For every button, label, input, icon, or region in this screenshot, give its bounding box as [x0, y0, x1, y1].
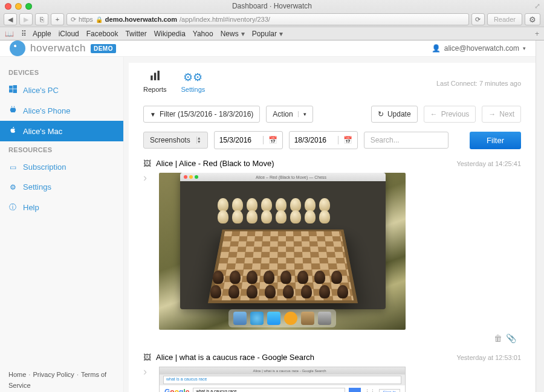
footer-link-privacy[interactable]: Privacy Policy	[33, 371, 74, 378]
tab-label: Settings	[181, 86, 206, 93]
share-button[interactable]: ⎘	[35, 13, 48, 25]
update-button[interactable]: ↻ Update	[371, 106, 418, 123]
expand-icon[interactable]: ⤢	[534, 2, 540, 10]
image-icon: 🖼	[143, 353, 151, 362]
url-bar[interactable]: ⟳ https 🔒 demo.hoverwatch.com/app/index.…	[66, 13, 469, 25]
google-search-box: what is a caucus race	[193, 388, 345, 392]
chevron-right-icon[interactable]: ›	[143, 172, 147, 184]
forward-button[interactable]: ▶	[19, 13, 33, 25]
reader-button[interactable]: Reader	[487, 13, 522, 25]
google-logo: Google	[164, 388, 189, 392]
sidebar-item-mac[interactable]: Alice's Mac	[0, 121, 123, 141]
action-dropdown[interactable]: Action ▾	[266, 106, 312, 123]
action-label: Action	[273, 110, 293, 118]
add-button[interactable]: +	[51, 13, 64, 25]
browser-toolbar: ◀ ▶ ⎘ + ⟳ https 🔒 demo.hoverwatch.com/ap…	[0, 12, 544, 27]
bookmark-link[interactable]: News	[221, 30, 239, 38]
calendar-icon[interactable]: 📅	[338, 136, 357, 144]
tab-settings[interactable]: ⚙⚙ Settings	[181, 71, 206, 97]
entry-header: 🖼 Alice | what is a caucus race - Google…	[143, 353, 521, 362]
tab-reports[interactable]: Reports	[143, 70, 167, 97]
add-tab-button[interactable]: +	[535, 30, 539, 38]
date-from-field[interactable]	[215, 136, 263, 144]
demo-badge: DEMO	[91, 44, 116, 53]
back-button[interactable]: ◀	[4, 13, 17, 25]
bookmarks-bar: 📖 ⠿ Apple iCloud Facebook Twitter Wikipe…	[0, 27, 544, 40]
report-entry: 🖼 Alice | what is a caucus race - Google…	[143, 353, 521, 392]
tab-label: Reports	[143, 86, 167, 93]
search-input[interactable]	[364, 132, 448, 149]
bookmark-link[interactable]: iCloud	[59, 30, 79, 38]
attachment-icon[interactable]: 📎	[506, 333, 520, 343]
gear-icon: ⚙	[8, 183, 17, 191]
reload-button[interactable]: ⟳	[471, 13, 485, 25]
sidebar-item-label: Alice's Phone	[23, 106, 70, 115]
chevron-down-icon: ▾	[523, 45, 526, 51]
safari-window-title: Alice | what is a caucus race - Google S…	[177, 369, 402, 373]
previous-label: Previous	[441, 110, 470, 118]
bar-chart-icon	[149, 70, 160, 84]
bookmark-link[interactable]: Yahoo	[193, 30, 213, 38]
svg-rect-0	[9, 86, 13, 89]
last-connect-text: Last Connect: 7 minutes ago	[436, 80, 521, 87]
browser-chrome: Dashboard · Hoverwatch ⤢ ◀ ▶ ⎘ + ⟳ https…	[0, 0, 544, 40]
report-entry: 🖼 Alice | Alice - Red (Black to Move) Ye…	[143, 159, 521, 343]
entry-title: Alice | what is a caucus race - Google S…	[156, 353, 314, 362]
bookmark-link[interactable]: Popular	[252, 30, 277, 38]
sidebar: DEVICES Alice's PC Alice's Phone Alice's…	[0, 57, 124, 392]
chevron-down-icon[interactable]: ▾	[241, 30, 245, 38]
reload-icon[interactable]: ⟳	[71, 16, 76, 24]
gears-icon: ⚙⚙	[183, 71, 202, 84]
svg-rect-8	[158, 71, 160, 80]
bookmark-link[interactable]: Twitter	[125, 30, 146, 38]
filter-button[interactable]: ▼ Filter (15/3/2016 - 18/3/2016)	[143, 106, 260, 123]
info-icon: ⓘ	[8, 202, 17, 213]
sidebar-item-subscription[interactable]: ▭ Subscription	[0, 157, 123, 177]
filter-row-2: Screenshots ▲▼ 📅 📅 Filter	[143, 131, 521, 149]
sidebar-item-pc[interactable]: Alice's PC	[0, 80, 123, 100]
bookmarks-book-icon[interactable]: 📖	[5, 30, 14, 38]
footer: Home·Privacy Policy·Terms of Service © 2…	[0, 361, 123, 392]
type-selector[interactable]: Screenshots ▲▼	[143, 132, 208, 149]
user-icon: 👤	[432, 44, 441, 53]
next-label: Next	[499, 110, 514, 118]
sidebar-item-label: Subscription	[23, 162, 66, 172]
google-search-button	[349, 388, 361, 392]
android-icon	[8, 106, 17, 115]
previous-button[interactable]: ← Previous	[424, 106, 476, 123]
chevron-right-icon[interactable]: ›	[143, 365, 147, 378]
trash-icon[interactable]: 🗑	[494, 333, 506, 343]
screenshot-thumbnail[interactable]: Alice | what is a caucus race - Google S…	[159, 367, 406, 392]
update-label: Update	[387, 110, 411, 118]
footer-link-home[interactable]: Home	[8, 371, 26, 378]
sidebar-item-phone[interactable]: Alice's Phone	[0, 100, 123, 121]
bookmarks-grid-icon[interactable]: ⠿	[21, 30, 25, 38]
sidebar-item-label: Help	[23, 203, 39, 212]
sidebar-item-help[interactable]: ⓘ Help	[0, 197, 123, 218]
user-menu[interactable]: 👤 alice@hoverwatch.com ▾	[432, 44, 526, 53]
page: hoverwatch DEMO 👤 alice@hoverwatch.com ▾…	[0, 40, 544, 392]
calendar-icon[interactable]: 📅	[263, 136, 282, 144]
sidebar-item-label: Alice's Mac	[23, 127, 62, 136]
sidebar-item-label: Settings	[23, 182, 51, 191]
chevron-down-icon[interactable]: ▾	[279, 30, 283, 38]
settings-gear-icon[interactable]: ⚙	[525, 13, 540, 25]
filter-submit-button[interactable]: Filter	[470, 132, 521, 149]
svg-rect-1	[13, 85, 17, 89]
image-icon: 🖼	[143, 159, 151, 168]
date-from-input[interactable]: 📅	[214, 131, 283, 149]
mac-dock	[228, 309, 336, 327]
next-button[interactable]: → Next	[482, 106, 521, 123]
sidebar-item-settings[interactable]: ⚙ Settings	[0, 177, 123, 197]
date-to-field[interactable]	[290, 136, 338, 144]
stepper-icon[interactable]: ▲▼	[196, 137, 201, 144]
arrow-left-icon: ←	[430, 110, 438, 118]
tabs: Reports ⚙⚙ Settings Last Connect: 7 minu…	[143, 70, 521, 97]
screenshot-thumbnail[interactable]: Alice – Red (Black to Move) — Chess	[159, 173, 406, 330]
scrollbar[interactable]	[536, 40, 544, 392]
scheme-label: https	[79, 16, 93, 23]
bookmark-link[interactable]: Facebook	[86, 30, 118, 38]
bookmark-link[interactable]: Wikipedia	[154, 30, 186, 38]
date-to-input[interactable]: 📅	[289, 131, 358, 149]
bookmark-link[interactable]: Apple	[33, 30, 51, 38]
